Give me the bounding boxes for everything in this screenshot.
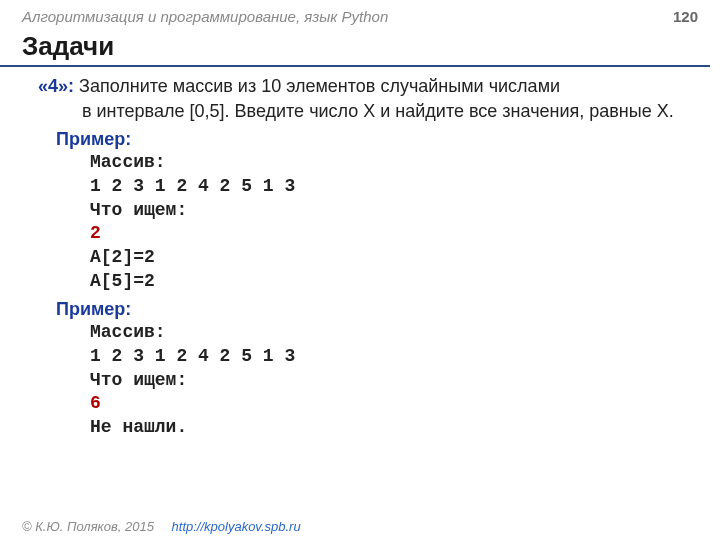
content-area: «4»: Заполните массив из 10 элементов сл… <box>0 75 720 440</box>
example2-l2: 1 2 3 1 2 4 2 5 1 3 <box>90 346 295 366</box>
example2-label: Пример: <box>56 298 698 321</box>
example1-l3: Что ищем: <box>90 200 187 220</box>
task-text-line1: Заполните массив из 10 элементов случайн… <box>79 76 560 96</box>
example1-l2: 1 2 3 1 2 4 2 5 1 3 <box>90 176 295 196</box>
example1-l1: Массив: <box>90 152 166 172</box>
example1-label: Пример: <box>56 128 698 151</box>
example2-l5: Не нашли. <box>90 417 187 437</box>
example1-l4: 2 <box>90 223 101 243</box>
page-title: Задачи <box>0 29 710 67</box>
example2-code: Массив: 1 2 3 1 2 4 2 5 1 3 Что ищем: 6 … <box>90 321 698 440</box>
example1-l5: A[2]=2 <box>90 247 155 267</box>
course-title: Алгоритмизация и программирование, язык … <box>22 8 388 25</box>
task-block: «4»: Заполните массив из 10 элементов сл… <box>38 75 698 440</box>
example1-l6: A[5]=2 <box>90 271 155 291</box>
example2-l4: 6 <box>90 393 101 413</box>
footer: © К.Ю. Поляков, 2015 http://kpolyakov.sp… <box>22 519 301 534</box>
footer-url: http://kpolyakov.spb.ru <box>172 519 301 534</box>
example2-l1: Массив: <box>90 322 166 342</box>
example2-l3: Что ищем: <box>90 370 187 390</box>
example1-code: Массив: 1 2 3 1 2 4 2 5 1 3 Что ищем: 2 … <box>90 151 698 294</box>
page-number: 120 <box>673 8 698 25</box>
task-text-line2: в интервале [0,5]. Введите число X и най… <box>82 100 698 123</box>
copyright: © К.Ю. Поляков, 2015 <box>22 519 154 534</box>
task-label: «4»: <box>38 76 74 96</box>
header-bar: Алгоритмизация и программирование, язык … <box>0 0 720 29</box>
